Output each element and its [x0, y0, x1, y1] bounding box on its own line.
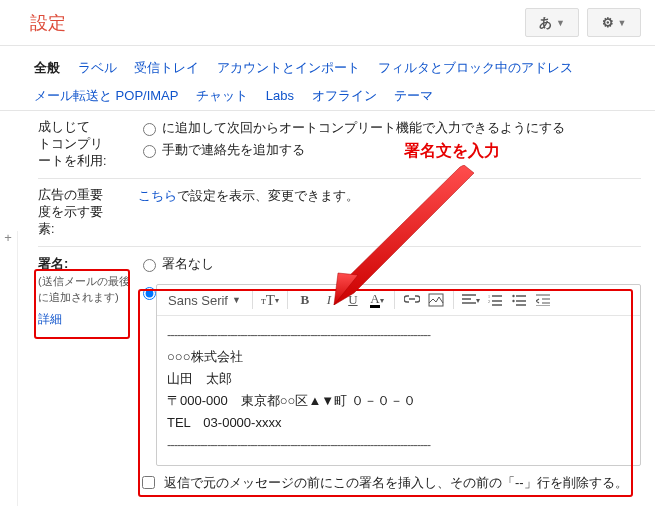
text-color-button[interactable]: A▾: [366, 289, 388, 311]
editor-toolbar: Sans Serif ▼ тT▾ B I U A▾: [157, 285, 640, 316]
caret-down-icon: ▼: [232, 295, 241, 305]
font-select[interactable]: Sans Serif ▼: [163, 290, 246, 311]
gear-icon: ⚙: [602, 15, 614, 30]
details-link[interactable]: 詳細: [38, 311, 62, 328]
svg-point-3: [512, 295, 514, 297]
signature-textarea[interactable]: ----------------------------------------…: [157, 316, 640, 465]
settings-content: + 成しじて トコンプリ ートを利用: に追加して次回からオートコンプリート機能…: [0, 111, 655, 506]
row-label: 署名: (送信メールの最後に追加されます) 詳細: [38, 255, 138, 492]
tab-offline[interactable]: オフライン: [312, 82, 377, 110]
tab-general[interactable]: 全般: [34, 54, 60, 82]
radio-input[interactable]: [143, 123, 156, 136]
row-label: 成しじて トコンプリ ートを利用:: [38, 119, 138, 170]
indent-less-button[interactable]: [532, 289, 554, 311]
bold-button[interactable]: B: [294, 289, 316, 311]
signature-editor: Sans Serif ▼ тT▾ B I U A▾: [156, 284, 641, 466]
row-signature: 署名: (送信メールの最後に追加されます) 詳細 署名なし Sans Serif…: [38, 247, 641, 500]
tab-themes[interactable]: テーマ: [394, 82, 433, 110]
radio-signature-none[interactable]: 署名なし: [138, 255, 641, 273]
row-ads: 広告の重要 度を示す要 素: こちらで設定を表示、変更できます。: [38, 179, 641, 247]
link-button[interactable]: [401, 289, 423, 311]
row-body: に追加して次回からオートコンプリート機能で入力できるようにする 手動で連絡先を追…: [138, 119, 641, 170]
radio-option-manual[interactable]: 手動で連絡先を追加する: [138, 141, 641, 159]
plus-icon[interactable]: +: [1, 231, 15, 245]
tab-labs[interactable]: Labs: [266, 82, 294, 110]
header: 設定 あ ▼ ⚙ ▼: [0, 0, 655, 46]
tab-filters[interactable]: フィルタとブロック中のアドレス: [378, 54, 573, 82]
align-button[interactable]: ▾: [460, 289, 482, 311]
tab-inbox[interactable]: 受信トレイ: [134, 54, 199, 82]
settings-tabs: 全般 ラベル 受信トレイ アカウントとインポート フィルタとブロック中のアドレス…: [0, 46, 655, 111]
row-body: 署名なし Sans Serif ▼ тT▾ B I U A▾: [138, 255, 641, 492]
radio-option-auto[interactable]: に追加して次回からオートコンプリート機能で入力できるようにする: [138, 119, 641, 137]
settings-gear-button[interactable]: ⚙ ▼: [587, 8, 641, 37]
row-label: 広告の重要 度を示す要 素:: [38, 187, 138, 238]
radio-input[interactable]: [143, 287, 156, 300]
underline-button[interactable]: U: [342, 289, 364, 311]
radio-input[interactable]: [143, 145, 156, 158]
list-bullet-button[interactable]: [508, 289, 530, 311]
font-size-button[interactable]: тT▾: [259, 289, 281, 311]
caret-down-icon: ▼: [556, 18, 565, 28]
row-body: こちらで設定を表示、変更できます。: [138, 187, 641, 238]
tab-labels[interactable]: ラベル: [78, 54, 117, 82]
language-button[interactable]: あ ▼: [525, 8, 579, 37]
tab-forwarding[interactable]: メール転送と POP/IMAP: [34, 82, 178, 110]
image-button[interactable]: [425, 289, 447, 311]
caret-down-icon: ▼: [618, 18, 627, 28]
list-ordered-button[interactable]: 12: [484, 289, 506, 311]
svg-point-4: [512, 300, 514, 302]
reply-insert-checkbox-row[interactable]: 返信で元のメッセージの前にこの署名を挿入し、その前の「--」行を削除する。: [138, 474, 641, 492]
italic-button[interactable]: I: [318, 289, 340, 311]
svg-text:2: 2: [488, 299, 490, 304]
left-gutter: +: [0, 231, 18, 506]
ads-settings-link[interactable]: こちら: [138, 188, 177, 203]
tab-chat[interactable]: チャット: [196, 82, 248, 110]
radio-input[interactable]: [143, 259, 156, 272]
tab-accounts[interactable]: アカウントとインポート: [217, 54, 360, 82]
checkbox-input[interactable]: [142, 476, 155, 489]
page-title: 設定: [30, 11, 517, 35]
row-autocomplete: 成しじて トコンプリ ートを利用: に追加して次回からオートコンプリート機能で入…: [38, 111, 641, 179]
